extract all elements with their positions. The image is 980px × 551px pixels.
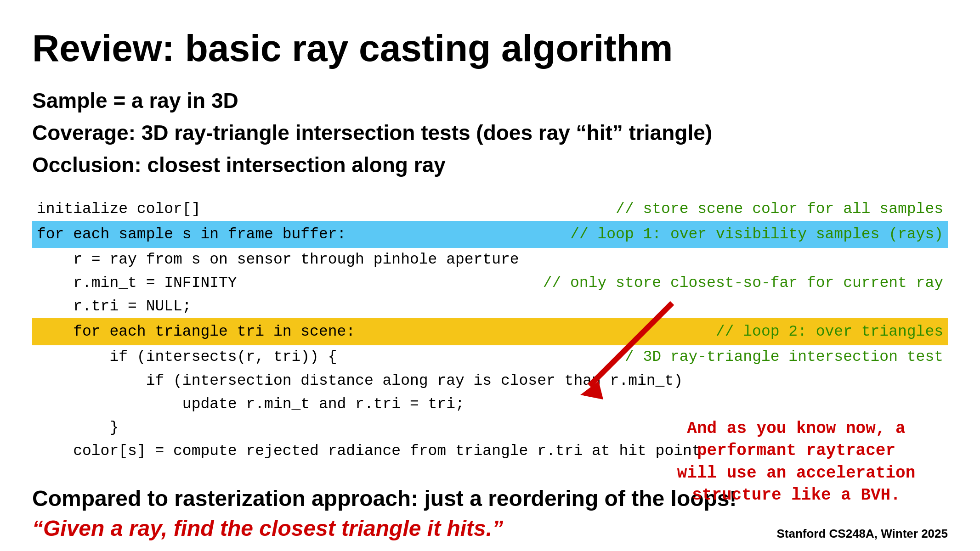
- code-line-1: for each sample s in frame buffer: // lo…: [32, 221, 948, 248]
- code-text-4: r.tri = NULL;: [37, 295, 192, 318]
- code-text-6: if (intersects(r, tri)) {: [37, 345, 337, 369]
- comment-3: // only store closest-so-far for current…: [543, 271, 943, 295]
- code-line-7: if (intersection distance along ray is c…: [32, 369, 948, 393]
- arrow-icon: [562, 294, 681, 413]
- comment-1: // loop 1: over visibility samples (rays…: [570, 223, 943, 246]
- code-text-1: for each sample s in frame buffer:: [37, 223, 346, 246]
- subtitle-2: Coverage: 3D ray-triangle intersection t…: [32, 119, 948, 147]
- comment-0: // store scene color for all samples: [616, 197, 943, 221]
- code-line-4: r.tri = NULL;: [32, 295, 948, 318]
- code-text-10: color[s] = compute rejected radiance fro…: [37, 439, 701, 463]
- page-title: Review: basic ray casting algorithm: [32, 28, 948, 69]
- code-block: initialize color[] // store scene color …: [32, 197, 948, 463]
- code-text-3: r.min_t = INFINITY: [37, 271, 237, 295]
- code-text-9: }: [37, 416, 119, 439]
- code-line-6: if (intersects(r, tri)) { // 3D ray-tria…: [32, 345, 948, 369]
- code-text-0: initialize color[]: [37, 197, 200, 221]
- code-line-3: r.min_t = INFINITY // only store closest…: [32, 271, 948, 295]
- annotation-text: And as you know now, a performant raytra…: [677, 418, 916, 507]
- subtitle-1: Sample = a ray in 3D: [32, 87, 948, 115]
- subtitle-3: Occlusion: closest intersection along ra…: [32, 152, 948, 179]
- stanford-credit: Stanford CS248A, Winter 2025: [776, 527, 948, 541]
- svg-line-0: [589, 303, 672, 386]
- code-line-5: for each triangle tri in scene: // loop …: [32, 318, 948, 345]
- code-line-2: r = ray from s on sensor through pinhole…: [32, 248, 948, 271]
- code-text-8: update r.min_t and r.tri = tri;: [37, 393, 465, 416]
- annotation-box: And as you know now, a performant raytra…: [677, 418, 916, 507]
- comment-5: // loop 2: over triangles: [716, 320, 943, 343]
- code-text-5: for each triangle tri in scene:: [37, 320, 355, 343]
- code-line-8: update r.min_t and r.tri = tri;: [32, 393, 948, 416]
- code-line-0: initialize color[] // store scene color …: [32, 197, 948, 221]
- code-text-2: r = ray from s on sensor through pinhole…: [37, 248, 519, 271]
